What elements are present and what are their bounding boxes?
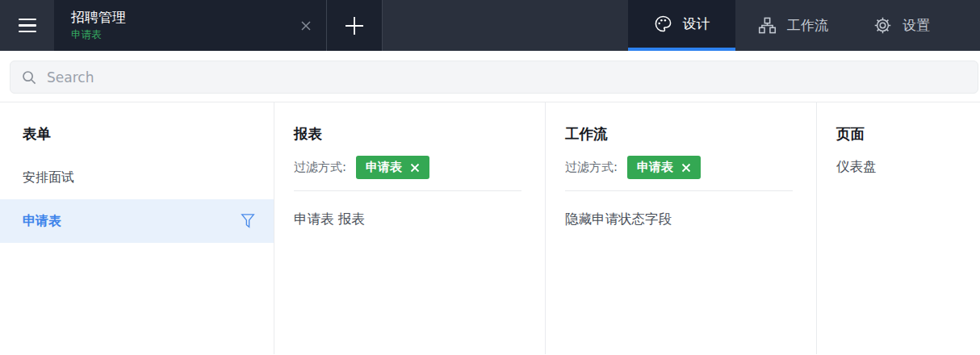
- tab-design-label: 设计: [683, 15, 710, 33]
- tab-design[interactable]: 设计: [628, 0, 735, 51]
- search-box[interactable]: [10, 61, 978, 94]
- column-pages-title: 页面: [836, 124, 961, 144]
- close-tab-icon[interactable]: [299, 19, 313, 33]
- filter-row: 过滤方式: 申请表: [565, 156, 797, 179]
- remove-filter-icon[interactable]: [681, 163, 691, 173]
- column-reports-title: 报表: [294, 124, 526, 144]
- magnifier-icon: [21, 69, 37, 86]
- form-list-item[interactable]: 安排面试: [0, 156, 274, 199]
- column-reports: 报表 过滤方式: 申请表 申请表 报表: [274, 102, 546, 354]
- palette-icon: [654, 15, 672, 33]
- report-list-item[interactable]: 申请表 报表: [294, 211, 526, 228]
- column-workflow-title: 工作流: [565, 124, 797, 144]
- workflow-list-item[interactable]: 隐藏申请状态字段: [565, 211, 797, 228]
- filter-divider: [565, 190, 793, 191]
- tab-settings-label: 设置: [903, 16, 930, 35]
- page-list-item[interactable]: 仪表盘: [836, 158, 961, 176]
- topbar-spacer: [383, 0, 628, 51]
- filter-row: 过滤方式: 申请表: [294, 156, 526, 179]
- filter-tag[interactable]: 申请表: [356, 156, 429, 179]
- app-tab-title: 招聘管理: [71, 9, 326, 26]
- tab-workflow-label: 工作流: [787, 16, 828, 35]
- hamburger-icon: [19, 19, 36, 21]
- top-bar: 招聘管理 申请表 设计: [0, 0, 980, 51]
- tab-settings[interactable]: 设置: [851, 0, 953, 51]
- plus-icon: [343, 15, 366, 37]
- filter-tag-label: 申请表: [366, 160, 402, 175]
- tab-workflow[interactable]: 工作流: [735, 0, 851, 51]
- filter-funnel-icon[interactable]: [240, 212, 256, 230]
- app-tab[interactable]: 招聘管理 申请表: [54, 0, 327, 51]
- column-pages: 页面 仪表盘: [817, 102, 980, 354]
- form-item-label: 申请表: [23, 213, 61, 230]
- filter-label: 过滤方式:: [565, 160, 618, 175]
- app-tab-subtitle: 申请表: [71, 28, 326, 42]
- column-forms: 表单 安排面试 申请表: [0, 102, 274, 354]
- filter-tag-label: 申请表: [637, 160, 673, 175]
- column-forms-title: 表单: [23, 124, 254, 144]
- filter-divider: [294, 190, 521, 191]
- form-item-label: 安排面试: [23, 169, 74, 186]
- column-workflow: 工作流 过滤方式: 申请表 隐藏申请状态字段: [546, 102, 817, 354]
- hamburger-icon: [19, 24, 36, 27]
- main-columns: 表单 安排面试 申请表 报表 过滤方式: 申请表: [0, 102, 980, 354]
- search-input[interactable]: [47, 69, 978, 86]
- filter-tag[interactable]: 申请表: [627, 156, 701, 179]
- filter-label: 过滤方式:: [294, 160, 346, 175]
- search-section: [0, 51, 980, 102]
- sitemap-icon: [758, 16, 777, 35]
- menu-button[interactable]: [0, 0, 54, 51]
- add-tab-button[interactable]: [327, 0, 383, 51]
- topbar-nav: 设计 工作流 设置: [628, 0, 980, 51]
- form-list-item-selected[interactable]: 申请表: [0, 199, 274, 243]
- hamburger-icon: [19, 31, 36, 33]
- gear-icon: [873, 16, 892, 35]
- remove-filter-icon[interactable]: [410, 163, 420, 173]
